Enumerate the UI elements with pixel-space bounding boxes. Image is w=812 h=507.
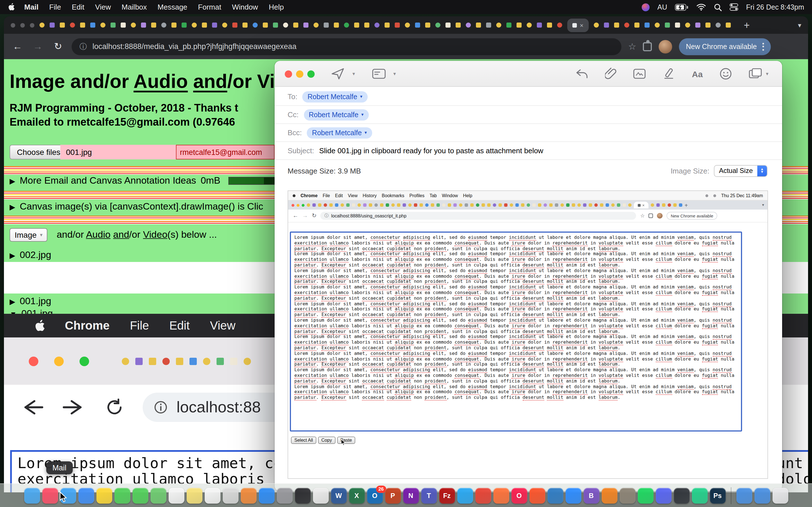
zoom-button[interactable] xyxy=(307,70,315,77)
dock-icon-firefox[interactable] xyxy=(493,488,509,503)
dock-icon-excel[interactable]: X xyxy=(349,488,364,503)
tab-favicon[interactable] xyxy=(243,22,248,27)
tab-favicon[interactable] xyxy=(90,22,95,27)
tab-favicon[interactable] xyxy=(263,22,268,27)
tab-favicon[interactable] xyxy=(202,22,207,27)
tab-strip[interactable]: × + ▾ xyxy=(4,16,808,34)
link-and[interactable]: and xyxy=(113,229,129,240)
markup-crayon-icon[interactable] xyxy=(663,68,675,80)
tab-favicon[interactable] xyxy=(273,22,278,27)
tab-favicon[interactable] xyxy=(506,22,511,27)
minimize-button[interactable] xyxy=(296,70,303,77)
tab-favicon[interactable] xyxy=(486,22,491,27)
active-tab[interactable]: × xyxy=(567,18,589,32)
tab-favicon[interactable] xyxy=(466,22,471,27)
dock-icon-app-store[interactable] xyxy=(259,488,274,503)
bookmark-star-icon[interactable]: ☆ xyxy=(628,41,637,52)
menu-item-window[interactable]: Window xyxy=(232,3,258,11)
apple-menu-icon[interactable] xyxy=(8,3,15,11)
menu-item-file[interactable]: File xyxy=(49,3,61,11)
dock-icon-outlook[interactable]: O26 xyxy=(367,488,383,503)
back-button[interactable]: ← xyxy=(11,40,24,53)
close-button[interactable] xyxy=(285,70,292,77)
tab-favicon[interactable] xyxy=(435,22,441,27)
disclosure-triangle-icon[interactable]: ▶ xyxy=(10,203,15,211)
menu-item-edit[interactable]: Edit xyxy=(72,3,85,11)
menu-item-view[interactable]: View xyxy=(95,3,111,11)
dock-icon-edge[interactable] xyxy=(547,488,563,503)
header-fields-chevron[interactable]: ▾ xyxy=(393,71,396,76)
dock-icon-mail[interactable] xyxy=(78,488,94,503)
mail-compose-window[interactable]: ▾ ▾ Aa ▾ To: Robert Metcalfe▾ Cc: Robert… xyxy=(274,61,782,491)
reply-icon[interactable] xyxy=(576,69,588,79)
tab-favicon[interactable] xyxy=(476,22,481,27)
tab-favicon[interactable] xyxy=(313,22,319,27)
input-source-indicator[interactable]: AU xyxy=(658,3,667,11)
control-center-icon[interactable] xyxy=(730,3,738,11)
tab-favicon[interactable] xyxy=(645,22,650,27)
dock-icon-bootstrap[interactable]: B xyxy=(583,488,599,503)
link-video[interactable]: Video xyxy=(143,229,167,240)
dock-icon-maps[interactable] xyxy=(150,488,166,503)
message-body[interactable]: ChromeFileEditViewHistoryBookmarksProfil… xyxy=(274,181,782,491)
tab-favicon[interactable] xyxy=(110,22,116,27)
profile-avatar[interactable] xyxy=(659,40,672,53)
tab-favicon[interactable] xyxy=(705,22,711,27)
heading-link-audio[interactable]: Audio xyxy=(134,70,188,92)
format-button[interactable]: Aa xyxy=(692,69,703,78)
battery-icon[interactable] xyxy=(675,4,689,10)
dock-icon-zoom[interactable] xyxy=(565,488,581,503)
send-options-chevron[interactable]: ▾ xyxy=(352,71,355,76)
disclosure-triangle-icon[interactable]: ▶ xyxy=(10,297,15,305)
menu-item-mailbox[interactable]: Mailbox xyxy=(121,3,147,11)
tab-favicon[interactable] xyxy=(354,22,359,27)
dock-icon-music[interactable] xyxy=(42,488,58,503)
dock-icon-facetime[interactable] xyxy=(132,488,148,503)
details-row-canvas[interactable]: ▶ Canvas image(s) via [canvasContext].dr… xyxy=(10,201,263,212)
dock-icon-photoshop[interactable]: Ps xyxy=(710,488,725,503)
tab-favicon[interactable] xyxy=(675,22,680,27)
tab-favicon[interactable] xyxy=(385,22,390,27)
tab-favicon[interactable] xyxy=(695,22,700,27)
tab-favicon[interactable] xyxy=(141,22,146,27)
recipient-token[interactable]: Robert Metcalfe▾ xyxy=(303,91,368,102)
tab-favicon[interactable] xyxy=(100,22,105,27)
tab-favicon[interactable] xyxy=(324,22,329,27)
spotlight-icon[interactable] xyxy=(714,3,722,11)
tab-favicon[interactable] xyxy=(131,22,136,27)
reload-button[interactable]: ↻ xyxy=(51,40,65,53)
tab-favicon[interactable] xyxy=(364,22,369,27)
chevron-down-icon[interactable]: ▾ xyxy=(364,130,367,135)
choose-files-button[interactable]: Choose files xyxy=(10,145,68,159)
site-info-icon[interactable]: ⓘ xyxy=(80,41,87,52)
tab-favicon[interactable] xyxy=(232,22,238,27)
to-field[interactable]: To: Robert Metcalfe▾ xyxy=(274,88,782,106)
subject-field[interactable]: Subject: Slide 001.jpg in clipboard read… xyxy=(274,142,782,160)
media-type-select[interactable]: Image▾ xyxy=(10,228,48,242)
tab-favicon[interactable] xyxy=(655,22,660,27)
new-tab-button[interactable]: + xyxy=(744,20,750,30)
tab-favicon[interactable] xyxy=(496,22,501,27)
tab-favicon[interactable] xyxy=(425,22,430,27)
disclosure-triangle-icon[interactable]: ▶ xyxy=(10,177,15,185)
dock-icon-downloads-folder[interactable] xyxy=(736,488,752,503)
window-minimize-inactive[interactable] xyxy=(20,23,25,27)
tab-favicon[interactable] xyxy=(303,22,308,27)
send-button[interactable] xyxy=(331,68,345,80)
browser-menu-icon[interactable] xyxy=(762,43,764,50)
dock-icon-books[interactable] xyxy=(241,488,256,503)
emoji-button[interactable] xyxy=(719,68,732,80)
extensions-icon[interactable] xyxy=(643,42,652,51)
tab-favicon[interactable] xyxy=(516,22,522,27)
tab-favicon[interactable] xyxy=(171,22,176,27)
tab-favicon[interactable] xyxy=(70,22,75,27)
tab-close-icon[interactable]: × xyxy=(580,22,583,29)
menu-item-mail[interactable]: Mail xyxy=(24,3,39,11)
tab-favicon[interactable] xyxy=(222,22,227,27)
bcc-field[interactable]: Bcc: Robert Metcalfe▾ xyxy=(274,124,782,142)
tab-favicon[interactable] xyxy=(624,22,629,27)
tab-favicon[interactable] xyxy=(665,22,670,27)
dock-icon-documents-folder[interactable] xyxy=(754,488,770,503)
details-001-collapsed[interactable]: ▶ 001.jpg xyxy=(10,296,51,307)
tab-favicon[interactable] xyxy=(151,22,156,27)
